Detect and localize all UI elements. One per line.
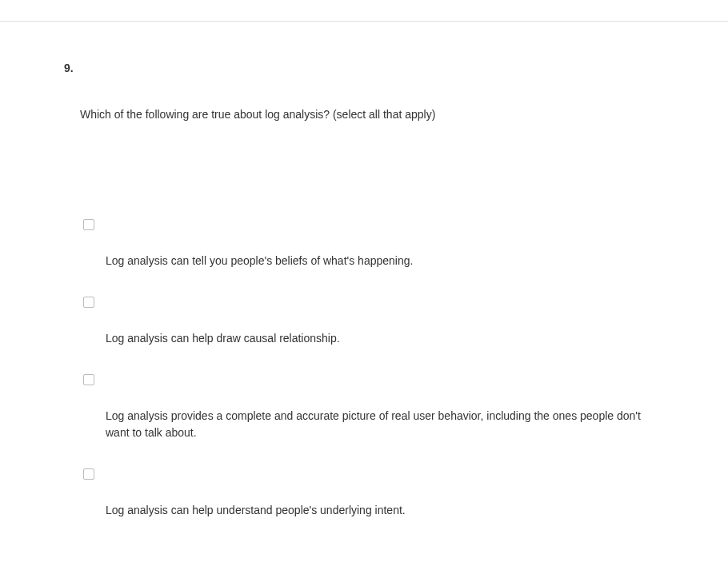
option-label: Log analysis can help understand people'… [106,502,650,519]
option-item: Log analysis provides a complete and acc… [83,374,664,441]
question-text: Which of the following are true about lo… [80,106,664,123]
checkbox-wrapper [83,468,664,483]
option-item: Log analysis can tell you people's belie… [83,219,664,269]
checkbox-wrapper [83,374,664,389]
option-checkbox-2[interactable] [83,297,94,308]
question-container: 9. Which of the following are true about… [0,22,728,519]
option-label: Log analysis can tell you people's belie… [106,253,650,269]
option-label: Log analysis provides a complete and acc… [106,408,650,441]
option-checkbox-3[interactable] [83,374,94,385]
checkbox-wrapper [83,219,664,233]
option-item: Log analysis can help understand people'… [83,468,664,519]
checkbox-wrapper [83,297,664,311]
question-number: 9. [64,62,80,74]
options-container: Log analysis can tell you people's belie… [83,219,664,519]
question-header: 9. [64,62,664,74]
option-checkbox-4[interactable] [83,468,94,480]
option-label: Log analysis can help draw causal relati… [106,330,650,347]
option-item: Log analysis can help draw causal relati… [83,297,664,347]
option-checkbox-1[interactable] [83,219,94,230]
